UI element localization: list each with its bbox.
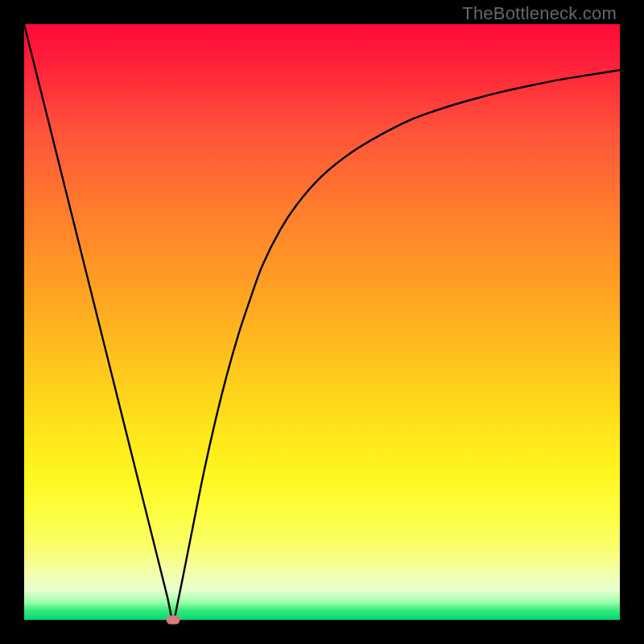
bottleneck-curve — [24, 24, 620, 620]
chart-frame: TheBottleneck.com — [0, 0, 644, 644]
plot-area — [24, 24, 620, 620]
optimal-point-marker — [167, 616, 180, 625]
watermark-text: TheBottleneck.com — [462, 3, 617, 24]
curve-svg — [24, 24, 620, 620]
